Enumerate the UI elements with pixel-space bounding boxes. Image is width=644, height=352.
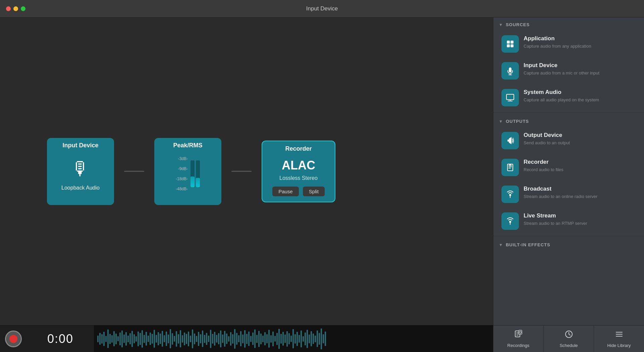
waveform-bar — [317, 331, 318, 347]
outputs-chevron-icon: ▼ — [499, 119, 503, 124]
waveform-bar — [288, 333, 290, 344]
outputs-label: OUTPUTS — [506, 119, 529, 124]
waveform-bar — [254, 330, 256, 348]
input-device-body: 🎙 Loopback Audio — [55, 152, 106, 196]
hide-library-icon — [614, 330, 624, 341]
waveform-bar — [323, 334, 324, 343]
recordings-button[interactable]: Recordings — [493, 325, 544, 352]
system-audio-desc: Capture all audio played on the system — [524, 97, 636, 103]
waveform-bar — [218, 333, 219, 344]
broadcast-text: Broadcast Stream audio to an online radi… — [524, 186, 636, 200]
waveform-bar — [182, 335, 183, 343]
recorder-name: Recorder — [524, 159, 636, 165]
waveform-bar — [113, 331, 115, 346]
peak-label-18db: -18dB- — [176, 177, 188, 181]
peak-label-48db: -48dB- — [176, 187, 188, 191]
waveform-bar — [105, 336, 107, 342]
input-device-icon — [501, 62, 519, 80]
waveform-bar — [250, 336, 252, 342]
connector-1 — [124, 171, 144, 172]
peak-rms-node[interactable]: Peak/RMS -3dB- -9dB- -18dB- -48dB- — [154, 138, 221, 205]
divider-1 — [493, 112, 644, 113]
waveform-bar — [202, 331, 203, 347]
waveform-bar — [258, 331, 260, 347]
library-item-output-device[interactable]: Output Device Send audio to an output — [496, 128, 641, 153]
waveform-bar — [303, 336, 304, 342]
waveform-bar — [133, 334, 135, 343]
output-device-name: Output Device — [524, 132, 636, 139]
svg-rect-3 — [511, 44, 514, 47]
titlebar: Input Device — [0, 0, 644, 17]
minimize-button[interactable] — [13, 6, 18, 11]
waveform-bar — [188, 332, 189, 346]
bottom-toolbar: Recordings Schedule — [493, 325, 644, 352]
waveform-bar — [127, 336, 129, 342]
maximize-button[interactable] — [21, 6, 25, 11]
waveform-bar — [138, 332, 139, 346]
recordings-label: Recordings — [507, 343, 530, 348]
library-item-broadcast[interactable]: Broadcast Stream audio to an online radi… — [496, 182, 641, 207]
waveform-bar — [172, 333, 173, 345]
waveform-bar — [284, 335, 286, 343]
waveform-bar — [192, 330, 193, 348]
pause-button[interactable]: Pause — [272, 187, 299, 196]
effects-section-header[interactable]: ▼ BUILT-IN EFFECTS — [493, 238, 644, 251]
outputs-section-header[interactable]: ▼ OUTPUTS — [493, 114, 644, 127]
effects-label: BUILT-IN EFFECTS — [506, 242, 550, 247]
schedule-button[interactable]: Schedule — [544, 325, 594, 352]
peak-labels: -3dB- -9dB- -18dB- -48dB- — [176, 156, 188, 191]
waveform-bar — [315, 336, 316, 342]
output-device-text: Output Device Send audio to an output — [524, 132, 636, 146]
waveform-bar — [150, 333, 151, 345]
split-button[interactable]: Split — [303, 187, 325, 196]
waveform-bar — [146, 332, 147, 346]
live-stream-text: Live Stream Stream audio to an RTMP serv… — [524, 212, 636, 227]
library-item-application[interactable]: Application Capture audio from any appli… — [496, 31, 641, 57]
waveform-bar — [266, 334, 268, 343]
waveform-bar — [262, 336, 264, 342]
waveform-bar — [121, 331, 123, 347]
window-title: Input Device — [306, 5, 338, 12]
library-item-input-device[interactable]: Input Device Capture audio from a mic or… — [496, 58, 641, 84]
system-audio-icon — [501, 89, 519, 106]
canvas-content: Input Device 🎙 Loopback Audio Peak/RMS -… — [0, 17, 493, 325]
application-text: Application Capture audio from any appli… — [524, 35, 636, 49]
waveform-bar — [125, 332, 127, 346]
waveform-bar — [156, 335, 157, 343]
sources-section-header[interactable]: ▼ SOURCES — [493, 17, 644, 31]
library-item-system-audio[interactable]: System Audio Capture all audio played on… — [496, 85, 641, 110]
recorder-node[interactable]: Recorder ALAC Lossless Stereo Pause Spli… — [262, 141, 335, 202]
library-item-recorder[interactable]: Recorder Record audio to files — [496, 155, 641, 180]
record-button[interactable] — [0, 325, 27, 352]
waveform-bar — [292, 329, 294, 348]
hide-library-button[interactable]: Hide Library — [594, 325, 644, 352]
input-device-title: Input Device — [47, 138, 114, 152]
waveform-bar — [216, 335, 217, 343]
waveform-bar — [152, 334, 153, 344]
svg-rect-6 — [506, 94, 514, 100]
right-panel: ▼ SOURCES Application Capture audio from… — [493, 17, 644, 352]
waveform-bar — [164, 335, 165, 342]
status-bar: 0:00 — [0, 325, 493, 352]
peak-fill-right — [196, 178, 200, 187]
waveform-bar — [305, 333, 306, 345]
system-audio-name: System Audio — [524, 89, 636, 96]
broadcast-name: Broadcast — [524, 186, 636, 192]
library-item-live-stream[interactable]: Live Stream Stream audio to an RTMP serv… — [496, 208, 641, 234]
record-circle — [5, 331, 22, 347]
close-button[interactable] — [6, 6, 11, 11]
waveform-bar — [109, 334, 111, 344]
waveform-bar — [325, 332, 326, 346]
waveform-bar — [278, 329, 280, 349]
waveform-bar — [260, 334, 262, 344]
peak-label-9db: -9dB- — [176, 166, 188, 171]
divider-2 — [493, 236, 644, 236]
hide-library-label: Hide Library — [607, 343, 631, 348]
waveform-bar — [321, 329, 322, 349]
waveform-bar — [140, 333, 141, 345]
input-device-node[interactable]: Input Device 🎙 Loopback Audio — [47, 138, 114, 205]
microphone-icon: 🎙 — [71, 158, 90, 180]
input-device-text: Input Device Capture audio from a mic or… — [524, 62, 636, 76]
peak-rms-title: Peak/RMS — [154, 138, 221, 152]
svg-rect-1 — [511, 41, 514, 44]
